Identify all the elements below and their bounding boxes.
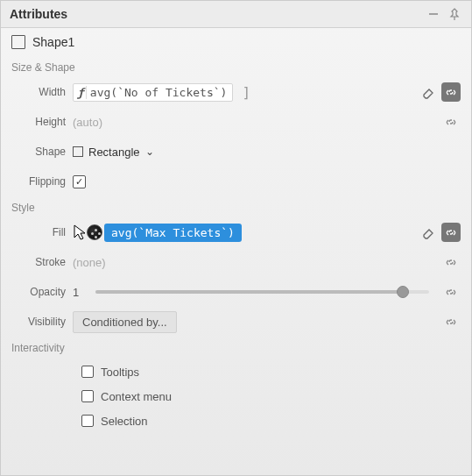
link-icon[interactable] [441,282,461,302]
fill-row: Fill avg(`Max Tickets`) [11,219,461,245]
shape-type-text: Rectangle [88,146,140,159]
selection-checkbox[interactable] [81,415,94,427]
shape-type-icon [11,35,25,49]
tooltips-checkbox[interactable] [81,366,94,378]
link-icon[interactable] [441,82,461,102]
width-label: Width [11,86,66,98]
flipping-row: Flipping [11,168,461,195]
shape-type-select[interactable]: Rectangle ⌄ [73,146,154,159]
section-size-shape: Size & Shape [1,58,471,79]
shape-label: Shape [11,146,66,158]
context-menu-row: Context menu [81,384,461,409]
panel-titlebar: Attributes [1,1,471,28]
link-icon[interactable] [441,252,461,272]
panel-title: Attributes [10,7,420,21]
context-menu-checkbox[interactable] [81,390,94,402]
link-icon[interactable] [441,112,461,131]
bracket-icon: ] [238,84,250,101]
fx-icon: ƒ [77,86,87,99]
height-label: Height [11,116,66,128]
tooltips-label: Tooltips [101,366,139,379]
height-row: Height (auto) [11,109,461,135]
link-icon[interactable] [441,223,461,242]
opacity-row: Opacity 1 [11,279,461,305]
width-row: Width ƒ avg(`No of Tickets`) ] [11,79,461,105]
conditioned-by-button[interactable]: Conditioned by... [73,311,177,333]
stroke-value[interactable]: (none) [73,256,106,269]
eraser-icon[interactable] [420,224,436,240]
fill-expression[interactable]: avg(`Max Tickets`) [104,224,242,242]
pin-icon[interactable] [447,6,462,22]
minimize-icon[interactable] [426,6,441,22]
width-expression-input[interactable]: ƒ avg(`No of Tickets`) [73,83,233,102]
shape-header: Shape1 [1,28,471,58]
attributes-panel: Attributes Shape1 Size & Shape Width ƒ a… [1,1,471,475]
opacity-label: Opacity [11,286,66,298]
fill-label: Fill [11,226,66,238]
context-menu-label: Context menu [101,390,172,403]
rectangle-icon [73,146,83,157]
selection-label: Selection [101,415,147,428]
chevron-down-icon: ⌄ [145,146,154,158]
visibility-row: Visibility Conditioned by... [11,309,461,335]
opacity-value[interactable]: 1 [73,286,85,299]
shape-name: Shape1 [32,35,74,49]
stroke-row: Stroke (none) [11,249,461,275]
shape-row: Shape Rectangle ⌄ [11,139,461,165]
eraser-icon[interactable] [420,84,436,100]
visibility-label: Visibility [11,316,66,328]
stroke-label: Stroke [11,256,66,268]
flipping-checkbox[interactable] [73,175,86,188]
opacity-slider[interactable] [95,290,429,294]
tooltips-row: Tooltips [81,359,461,384]
selection-row: Selection [81,409,461,433]
width-expression-text: avg(`No of Tickets`) [90,86,228,99]
height-value[interactable]: (auto) [73,116,102,129]
fill-color-swatch[interactable] [87,224,102,240]
link-icon[interactable] [441,312,461,331]
flipping-label: Flipping [11,175,66,188]
slider-thumb[interactable] [397,286,409,298]
section-interactivity: Interactivity [1,338,471,359]
section-style: Style [1,198,471,219]
